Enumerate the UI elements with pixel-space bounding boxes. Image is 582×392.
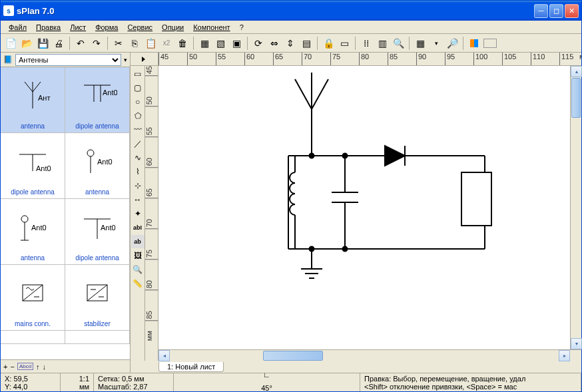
maximize-button[interactable]: ◻ xyxy=(549,4,563,18)
image-tool-icon[interactable]: 🖼 xyxy=(131,249,145,262)
status-x: X: 59,5 xyxy=(5,375,56,383)
library-dropdown-icon[interactable]: ▾ xyxy=(124,57,127,63)
measure-tool-icon[interactable]: 📏 xyxy=(131,277,145,290)
find-icon[interactable]: 🔍 xyxy=(391,36,406,51)
sheet-tabs: 1: Новый лист xyxy=(131,361,581,373)
paste-icon[interactable]: 📋 xyxy=(143,36,158,51)
svg-line-30 xyxy=(312,79,328,109)
circle-tool-icon[interactable]: ○ xyxy=(131,95,145,108)
props-icon[interactable]: ▦ xyxy=(413,36,428,51)
snap-icon[interactable]: ⁞⁞ xyxy=(359,36,374,51)
close-button[interactable]: ✕ xyxy=(565,4,579,18)
mirror-h-icon[interactable]: ⇔ xyxy=(267,36,282,51)
textlabel-tool-icon[interactable]: ab xyxy=(131,235,145,248)
svg-line-29 xyxy=(295,79,312,109)
poly-tool-icon[interactable]: ⬠ xyxy=(131,109,145,122)
freeline-tool-icon[interactable]: 〰 xyxy=(131,123,145,136)
library-select[interactable]: Антенны xyxy=(15,54,121,66)
zoom-tool-icon[interactable]: 🔍 xyxy=(131,263,145,276)
open-icon[interactable]: 📂 xyxy=(19,36,34,51)
duplicate-x2[interactable]: x2 xyxy=(159,36,174,51)
status-scale: Масштаб: 2,87 xyxy=(98,383,169,391)
lib-item-mains[interactable]: mains conn. xyxy=(1,265,65,330)
component-icon[interactable]: ▭ xyxy=(337,36,352,51)
status-grid: Сетка: 0,5 мм xyxy=(98,375,169,383)
lib-item-antenna3[interactable]: Ant0 antenna xyxy=(1,199,65,264)
lib-down-icon[interactable]: ↓ xyxy=(43,363,47,371)
lock-icon[interactable]: 🔒 xyxy=(321,36,336,51)
svg-point-11 xyxy=(87,150,94,156)
ruler-horizontal[interactable]: 4550556065707580859095100105110115мм xyxy=(158,53,581,66)
ruler-vertical[interactable]: 455055606570758085мм xyxy=(145,66,158,361)
lib-abcd-icon[interactable]: Abcd xyxy=(17,363,33,370)
sheet-tab-1[interactable]: 1: Новый лист xyxy=(158,362,224,372)
lib-item-dipole3[interactable]: Ant0 dipole antenna xyxy=(65,199,130,264)
front-icon[interactable]: ▦ xyxy=(197,36,212,51)
svg-rect-43 xyxy=(461,172,491,226)
cut-icon[interactable]: ✂ xyxy=(111,36,126,51)
colors-icon[interactable] xyxy=(467,36,481,51)
mirror-v-icon[interactable]: ⇕ xyxy=(283,36,298,51)
lib-add-icon[interactable]: + xyxy=(3,363,7,371)
node-tool-icon[interactable]: ⊹ xyxy=(131,179,145,192)
svg-line-22 xyxy=(23,285,43,301)
menu-sheet[interactable]: Лист xyxy=(66,22,90,33)
spacer-icon xyxy=(483,36,497,51)
redo-icon[interactable]: ↷ xyxy=(89,36,104,51)
minimize-button[interactable]: ─ xyxy=(534,4,548,18)
library-book-icon[interactable]: 📘 xyxy=(3,55,13,64)
menu-component[interactable]: Компонент xyxy=(189,22,234,33)
print-icon[interactable]: 🖨 xyxy=(51,36,66,51)
line-tool-icon[interactable]: ／ xyxy=(131,137,145,150)
svg-point-32 xyxy=(310,154,314,158)
rotate-icon[interactable]: ⟳ xyxy=(251,36,266,51)
svg-line-2 xyxy=(33,82,41,92)
zoom-icon[interactable]: 🔎 xyxy=(445,36,459,51)
svg-text:Ant0: Ant0 xyxy=(36,164,51,172)
svg-text:Ant0: Ant0 xyxy=(103,89,117,97)
app-icon: s xyxy=(3,5,14,16)
polyline-tool-icon[interactable]: ⌇ xyxy=(131,165,145,178)
copy-icon[interactable]: ⎘ xyxy=(127,36,142,51)
lib-item-stabilizer[interactable]: stabilizer xyxy=(65,265,130,330)
lib-remove-icon[interactable]: − xyxy=(10,363,14,371)
svg-point-14 xyxy=(21,216,28,222)
lib-item-dipole[interactable]: Ant0 dipole antenna xyxy=(65,67,130,132)
delete-icon[interactable]: 🗑 xyxy=(175,36,190,51)
angle45-icon[interactable]: ∟ xyxy=(263,371,270,379)
point-tool-icon[interactable]: ✦ xyxy=(131,207,145,220)
menu-form[interactable]: Форма xyxy=(91,22,122,33)
svg-text:Ant0: Ant0 xyxy=(101,224,116,232)
status-y: Y: 44,0 xyxy=(5,383,56,391)
menu-file[interactable]: Файл xyxy=(5,22,31,33)
roundrect-tool-icon[interactable]: ▢ xyxy=(131,81,145,95)
save-icon[interactable]: 💾 xyxy=(35,36,50,51)
align-icon[interactable]: ▤ xyxy=(299,36,314,51)
canvas[interactable] xyxy=(158,66,581,349)
menu-options[interactable]: Опции xyxy=(158,22,188,33)
text-tool-icon[interactable]: abI xyxy=(131,221,145,234)
library-grid: Ант antenna Ant0 dipole antenna Ant0 dip… xyxy=(1,67,130,359)
rect-tool-icon[interactable]: ▭ xyxy=(131,67,145,81)
lib-item-antenna[interactable]: Ант antenna xyxy=(1,67,65,132)
undo-icon[interactable]: ↶ xyxy=(73,36,88,51)
status-ratio: 1:1 xyxy=(65,375,89,383)
group-icon[interactable]: ▣ xyxy=(229,36,244,51)
menu-edit[interactable]: Правка xyxy=(32,22,65,33)
lib-item-antenna2[interactable]: Ant0 antenna xyxy=(65,133,130,198)
scrollbar-horizontal[interactable]: ◂ ▸ xyxy=(158,349,581,361)
dim-tool-icon[interactable]: ↔ xyxy=(131,193,145,206)
bezier-tool-icon[interactable]: ∿ xyxy=(131,151,145,164)
schematic xyxy=(158,66,581,349)
menu-service[interactable]: Сервис xyxy=(123,22,156,33)
list-icon[interactable]: ▥ xyxy=(375,36,390,51)
lib-item-dipole2[interactable]: Ant0 dipole antenna xyxy=(1,133,65,198)
back-icon[interactable]: ▧ xyxy=(213,36,228,51)
new-icon[interactable]: 📄 xyxy=(3,36,18,51)
status-hint1: Правка: Выбор, перемещение, вращение, уд… xyxy=(364,375,577,383)
menubar: Файл Правка Лист Форма Сервис Опции Комп… xyxy=(1,21,581,34)
lib-up-icon[interactable]: ↑ xyxy=(36,363,40,371)
menu-help[interactable]: ? xyxy=(236,22,248,33)
library-footer: + − Abcd ↑ ↓ xyxy=(1,359,130,373)
scrollbar-vertical[interactable]: ▴ ▾ xyxy=(570,66,581,349)
